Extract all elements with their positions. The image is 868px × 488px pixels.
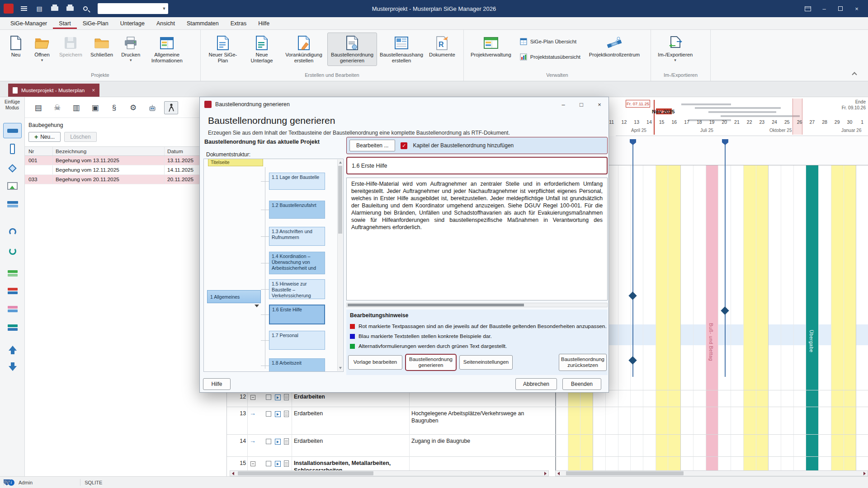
chart-horizontal-scrollbar[interactable] bbox=[555, 470, 868, 476]
allgemeine-informationen-button[interactable]: Allgemeine Informationen bbox=[145, 33, 189, 66]
minimize-button[interactable]: – bbox=[816, 2, 832, 15]
insert-pink-bars-tool[interactable] bbox=[3, 301, 22, 317]
seiteneinstellungen-button[interactable]: Seiteneinstellungen bbox=[459, 355, 513, 370]
collapse-row-icon[interactable] bbox=[250, 461, 255, 466]
insert-red-bars-tool[interactable] bbox=[3, 283, 22, 299]
scroll-left-arrow-icon[interactable] bbox=[556, 471, 561, 476]
neue-unterlage-button[interactable]: Neue Unterlage bbox=[243, 33, 280, 66]
vorlage-bearbeiten-button[interactable]: Vorlage bearbeiten bbox=[348, 355, 402, 370]
drucken-button[interactable]: Drucken ▾ bbox=[118, 33, 143, 64]
menu-icon[interactable] bbox=[19, 4, 29, 14]
insert-image-tool[interactable] bbox=[3, 178, 22, 193]
scrollbar-thumb[interactable] bbox=[238, 471, 373, 475]
chapter-text-area[interactable]: Erste-Hilfe-Material wird vom Auftragneh… bbox=[346, 178, 608, 300]
row-document-icon[interactable] bbox=[284, 460, 289, 467]
scroll-down-arrow-icon[interactable] bbox=[339, 367, 342, 369]
projektstatusuebersicht-button[interactable]: Projektstatusübersicht bbox=[516, 52, 584, 61]
hilfe-button[interactable]: Hilfe bbox=[203, 378, 231, 390]
node-allgemeines[interactable]: 1 Allgemeines bbox=[207, 290, 261, 303]
text-horizontal-scrollbar[interactable] bbox=[346, 303, 608, 307]
scrollbar-thumb[interactable] bbox=[348, 304, 524, 306]
collapse-ribbon-icon[interactable] bbox=[852, 72, 857, 77]
close-button[interactable]: × bbox=[849, 2, 864, 15]
column-header-bezeichnung[interactable]: Bezeichnung bbox=[53, 147, 165, 155]
row-checkbox[interactable] bbox=[266, 411, 271, 417]
scroll-right-arrow-icon[interactable] bbox=[862, 471, 868, 476]
neuer-sige-plan-button[interactable]: Neuer SiGe-Plan bbox=[204, 33, 241, 66]
node-1-1[interactable]: 1.1 Lage der Baustelle bbox=[269, 173, 325, 190]
bearbeiten-button[interactable]: Bearbeiten ... bbox=[349, 140, 395, 151]
table-row[interactable]: 001 Begehung vom 13.11.2025 13.11.2025 bbox=[25, 156, 226, 165]
menu-sige-plan[interactable]: SiGe-Plan bbox=[77, 18, 114, 29]
ribbon-options-button[interactable] bbox=[800, 2, 816, 15]
workflow-icon[interactable] bbox=[275, 411, 281, 417]
beenden-button[interactable]: Beenden bbox=[562, 378, 601, 390]
copy-pages-button[interactable]: ▣ bbox=[88, 101, 102, 114]
menu-extras[interactable]: Extras bbox=[225, 18, 252, 29]
node-1-3[interactable]: 1.3 Anschriften und Rufnummern bbox=[269, 227, 325, 246]
node-1-5[interactable]: 1.5 Hinweise zur Baustelle – Verkehrssic… bbox=[269, 279, 325, 299]
row-checkbox[interactable] bbox=[266, 461, 271, 466]
app-logo-icon[interactable] bbox=[4, 4, 14, 14]
maximize-button[interactable] bbox=[833, 2, 848, 15]
move-down-tool[interactable] bbox=[3, 361, 22, 376]
insert-teal-bars-tool[interactable] bbox=[3, 320, 22, 335]
insert-link-tool[interactable] bbox=[3, 224, 22, 239]
dokumente-button[interactable]: R Dokumente bbox=[426, 33, 458, 60]
im-exportieren-button[interactable]: Im-/Exportieren ▾ bbox=[655, 33, 696, 64]
quick-search-box[interactable]: ▼ bbox=[98, 3, 168, 14]
baustellenordnung-generieren-button[interactable]: Baustellenordnung generieren bbox=[327, 33, 377, 66]
print-preview-icon[interactable] bbox=[65, 4, 75, 14]
task-row[interactable]: 14 → Erdarbeiten Zugang in die Baugrube bbox=[227, 434, 868, 456]
workflow-icon[interactable] bbox=[275, 439, 281, 445]
expand-chevron-icon[interactable] bbox=[255, 305, 259, 307]
baustellenordnung-zuruecksetzen-button[interactable]: Baustellenordnung zurücksetzen bbox=[559, 354, 607, 371]
node-1-6-selected[interactable]: 1.6 Erste Hilfe bbox=[269, 305, 325, 324]
workflow-icon[interactable] bbox=[275, 461, 281, 467]
scrollbar-thumb[interactable] bbox=[338, 166, 342, 234]
task-row[interactable]: 15 Installationsarbeiten, Metallarbeiten… bbox=[227, 456, 868, 470]
node-titelseite[interactable]: Titelseite bbox=[208, 159, 263, 166]
tree-vertical-scrollbar[interactable] bbox=[337, 160, 343, 371]
dialog-minimize-button[interactable]: – bbox=[554, 97, 572, 112]
menu-sige-manager[interactable]: SiGe-Manager bbox=[5, 18, 53, 29]
node-1-7[interactable]: 1.7 Personal bbox=[269, 331, 325, 350]
workflow-icon[interactable] bbox=[275, 394, 281, 400]
dialog-close-button[interactable]: × bbox=[590, 97, 609, 112]
row-document-icon[interactable] bbox=[284, 394, 289, 400]
menu-unterlage[interactable]: Unterlage bbox=[114, 18, 151, 29]
close-tab-icon[interactable]: × bbox=[92, 87, 95, 94]
vorankuendigung-erstellen-button[interactable]: Vorankündigung erstellen bbox=[282, 33, 326, 66]
insert-split-bar-tool[interactable] bbox=[3, 197, 22, 212]
dialog-maximize-button[interactable]: □ bbox=[572, 97, 590, 112]
search-icon[interactable] bbox=[80, 4, 90, 14]
row-checkbox[interactable] bbox=[266, 439, 271, 444]
node-1-4[interactable]: 1.4 Koordination – Überwachung von Arbei… bbox=[269, 252, 325, 274]
table-row[interactable]: Begehung vom 12.11.2025 14.11.2025 bbox=[25, 165, 226, 175]
chapter-title-field[interactable]: 1.6 Erste Hilfe bbox=[346, 157, 608, 174]
scroll-right-arrow-icon[interactable] bbox=[542, 471, 548, 476]
site-inspection-button[interactable] bbox=[164, 101, 178, 114]
insert-milestone-tool[interactable] bbox=[3, 160, 22, 176]
hazard-list-button[interactable]: ☠ bbox=[50, 101, 64, 114]
menu-ansicht[interactable]: Ansicht bbox=[151, 18, 181, 29]
abbrechen-button[interactable]: Abbrechen bbox=[515, 378, 557, 390]
document-structure-tree[interactable]: Titelseite 1 Allgemeines 1.1 Lage der Ba… bbox=[203, 159, 344, 372]
list-view-button[interactable]: ▤ bbox=[31, 101, 45, 114]
oeffnen-button[interactable]: Öffnen ▾ bbox=[30, 33, 54, 64]
neu-button[interactable]: Neu bbox=[4, 33, 28, 60]
scroll-left-arrow-icon[interactable] bbox=[230, 471, 236, 476]
insert-link-back-tool[interactable] bbox=[3, 244, 22, 259]
regulations-button[interactable]: § bbox=[107, 101, 121, 114]
scrollbar-thumb[interactable] bbox=[566, 471, 684, 475]
dialog-titlebar[interactable]: Baustellenordnung generieren – □ × bbox=[200, 97, 609, 112]
chapter-checkbox[interactable]: ✓ bbox=[401, 142, 407, 149]
tab-musterprojekt[interactable]: Musterprojekt - Musterplan × bbox=[8, 84, 99, 97]
row-checkbox[interactable] bbox=[266, 394, 271, 400]
scroll-up-arrow-icon[interactable] bbox=[339, 161, 342, 164]
settings-button[interactable]: ⚙ bbox=[126, 101, 140, 114]
row-document-icon[interactable] bbox=[284, 438, 289, 445]
overview-viewport-indicator[interactable] bbox=[793, 99, 802, 135]
task-row[interactable]: 13 → Erdarbeiten Hochgelegene Arbeitsplä… bbox=[227, 407, 868, 434]
projektkontrollzentrum-button[interactable]: Projektkontrollzentrum bbox=[586, 33, 643, 60]
